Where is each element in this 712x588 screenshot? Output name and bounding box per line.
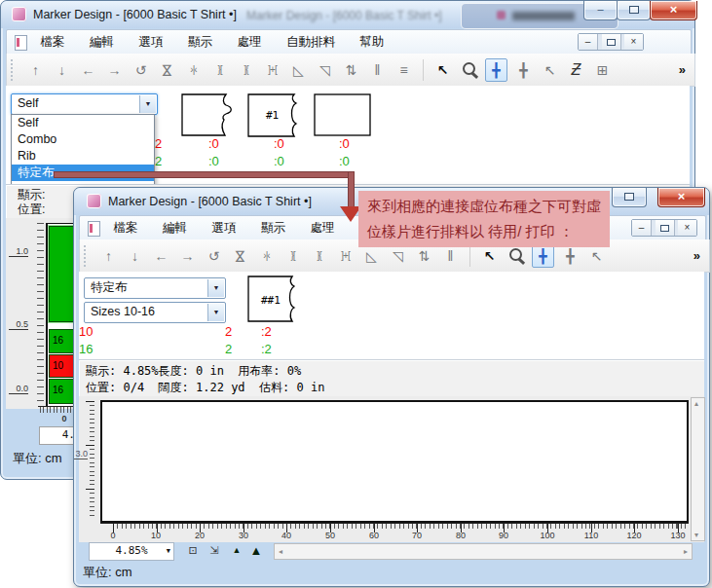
align-lines-icon[interactable]: ≡ [393, 59, 414, 81]
zoom-combo[interactable]: 4.85% ▼ [89, 542, 174, 561]
toolbar-overflow-icon[interactable]: » [693, 248, 700, 263]
move-piece-tool-icon[interactable]: ╋ [532, 244, 554, 268]
compact-tool-icon[interactable]: ╋ [513, 59, 534, 81]
maximize-button[interactable] [617, 1, 651, 20]
horizontal-scrollbar[interactable]: ◂ ▸ [274, 543, 693, 560]
swap-vertical-icon[interactable]: ⇅ [414, 245, 434, 267]
tilt-right-icon[interactable]: ◹ [315, 59, 335, 81]
fabric-combo[interactable]: Self ▼ [11, 93, 158, 115]
menu-file[interactable]: 檔案 [113, 216, 137, 239]
tilt-left-icon[interactable]: ◺ [361, 245, 382, 267]
close-button[interactable]: × [650, 1, 697, 20]
pick-cursor-icon[interactable]: ↖ [586, 245, 607, 267]
move-down-icon[interactable]: ↓ [52, 59, 72, 81]
frame-tool-icon[interactable]: ⊡ [183, 542, 203, 559]
close-button[interactable]: × [657, 188, 705, 207]
toolbar-overflow-icon[interactable]: » [679, 62, 686, 77]
pieces-large-icon[interactable]: ▲ [246, 542, 266, 559]
chevron-down-icon[interactable]: ▼ [167, 543, 170, 559]
tilt-left-icon[interactable]: ◺ [288, 59, 309, 81]
hruler-90: 90 [495, 531, 512, 540]
minimize-button[interactable]: – [583, 1, 618, 20]
toolbar-grip[interactable] [11, 59, 17, 81]
child-close-button[interactable]: × [624, 34, 643, 50]
piece-body-back[interactable] [181, 93, 242, 137]
spacing-icon[interactable]: ‖ [367, 59, 388, 81]
compact-tool-icon[interactable]: ╋ [560, 245, 581, 267]
chevron-down-icon[interactable]: ▼ [139, 95, 156, 113]
menu-autonest[interactable]: 自動排料 [286, 30, 335, 54]
select-cursor-icon[interactable]: ↖ [432, 59, 453, 81]
child-restore-button[interactable] [656, 220, 675, 236]
menu-help[interactable]: 幫助 [359, 30, 384, 54]
vertical-scrollbar[interactable]: ▴ ▾ [691, 397, 705, 541]
flip-vertical-icon[interactable]: ⋈ [230, 245, 251, 266]
menu-edit[interactable]: 編輯 [163, 216, 187, 239]
scroll-down-icon[interactable]: ▾ [694, 531, 698, 539]
menu-file[interactable]: 檔案 [40, 30, 64, 54]
piece-rectangle[interactable] [314, 93, 372, 137]
bracket-open-icon[interactable]: ]{ [236, 59, 256, 81]
move-right-icon[interactable]: → [104, 59, 125, 81]
hruler-30: 30 [235, 531, 252, 540]
zoom-tool-icon[interactable] [459, 59, 479, 81]
bracket-insert-icon[interactable]: ]+[ [262, 59, 282, 81]
move-piece-tool-icon[interactable]: ╋ [485, 58, 507, 82]
fabric-option-rib[interactable]: Rib [12, 148, 154, 165]
spacing-icon[interactable]: ‖ [440, 245, 461, 267]
fabric-option-self[interactable]: Self [12, 115, 154, 131]
rotate-icon[interactable]: ↺ [131, 59, 151, 81]
fabric-combo[interactable]: 特定布 ▼ [84, 277, 226, 299]
bracket-close-icon[interactable]: }[ [209, 59, 230, 81]
child-minimize-button[interactable]: – [632, 220, 652, 236]
scroll-up-icon[interactable]: ▴ [694, 399, 698, 408]
pieces-small-icon[interactable]: ▲ [227, 542, 246, 559]
move-left-icon[interactable]: ← [78, 59, 98, 81]
menu-process[interactable]: 處理 [310, 216, 334, 239]
back-unit-status: 單位: cm [13, 450, 62, 467]
scroll-right-icon[interactable]: ▸ [684, 547, 688, 556]
toolbar-grip[interactable] [84, 245, 90, 267]
move-right-icon[interactable]: → [177, 245, 198, 267]
zoom-tool-icon[interactable] [506, 245, 526, 267]
flip-horizontal-icon[interactable]: ›|‹ [256, 245, 277, 267]
tilt-right-icon[interactable]: ◹ [388, 245, 408, 267]
scroll-left-icon[interactable]: ◂ [279, 547, 282, 556]
chevron-down-icon[interactable]: ▼ [207, 304, 224, 321]
child-close-button[interactable]: × [678, 220, 696, 236]
child-minimize-button[interactable]: – [579, 34, 598, 50]
piece-sleeve[interactable]: #1 [247, 93, 308, 137]
move-down-icon[interactable]: ↓ [125, 245, 145, 267]
child-restore-button[interactable] [602, 34, 621, 50]
menu-options[interactable]: 選項 [138, 30, 163, 54]
bracket-open-icon[interactable]: ]{ [309, 245, 329, 267]
fabric-option-combo[interactable]: Combo [12, 131, 154, 148]
fit-view-icon[interactable]: ⇲ [205, 542, 224, 559]
restore-icon [624, 193, 634, 201]
menu-process[interactable]: 處理 [237, 30, 261, 54]
sizes-combo[interactable]: Sizes 10-16 ▼ [84, 302, 226, 323]
menu-edit[interactable]: 編輯 [90, 30, 114, 54]
rotate-icon[interactable]: ↺ [204, 245, 224, 267]
move-left-icon[interactable]: ← [151, 245, 171, 267]
bracket-insert-icon[interactable]: ]+[ [335, 245, 356, 267]
flip-horizontal-icon[interactable]: ›|‹ [183, 59, 204, 81]
back-titlebar[interactable]: Marker Design - [6000 Basic T Shirt •] M… [1, 1, 694, 28]
draft-pen-icon[interactable]: Ƶ [566, 59, 586, 81]
document-icon [88, 221, 100, 237]
flip-vertical-icon[interactable]: ⋈ [157, 59, 178, 80]
marker-area[interactable] [100, 400, 689, 523]
measure-box-icon[interactable]: ⊞ [592, 59, 613, 81]
pick-cursor-icon[interactable]: ↖ [540, 59, 560, 81]
piece-sleeve-virtual[interactable]: ##1 [247, 276, 306, 322]
menu-view[interactable]: 顯示 [261, 216, 285, 239]
restore-button[interactable] [612, 188, 647, 207]
swap-vertical-icon[interactable]: ⇅ [341, 59, 361, 81]
chevron-down-icon[interactable]: ▼ [207, 279, 224, 297]
select-cursor-icon[interactable]: ↖ [479, 245, 500, 267]
move-up-icon[interactable]: ↑ [25, 59, 46, 81]
move-up-icon[interactable]: ↑ [98, 245, 119, 267]
menu-view[interactable]: 顯示 [188, 30, 212, 54]
bracket-close-icon[interactable]: }[ [282, 245, 303, 267]
menu-options[interactable]: 選項 [211, 216, 236, 239]
